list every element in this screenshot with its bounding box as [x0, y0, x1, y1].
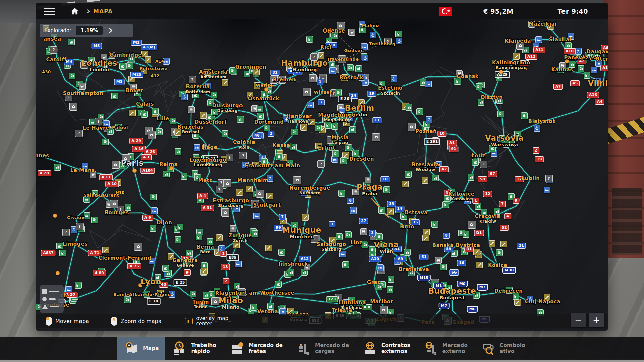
city-label-cardiff[interactable]: Cardiff — [46, 57, 67, 62]
city-label-estrasburgo[interactable]: EstrasburgoStrasbourg — [213, 198, 249, 208]
city-label-ma-eikiai[interactable]: Mažeikiai — [529, 22, 557, 27]
city-label-frankfurt-am-main[interactable]: Frankfurt am Main — [245, 163, 300, 168]
city-label-erfurt[interactable]: Erfurt — [318, 146, 335, 151]
city-label-vilnius[interactable]: Vilnius — [588, 79, 608, 87]
city-label-southampton[interactable]: Southampton — [63, 91, 103, 96]
city-label-paris[interactable]: Paris — [121, 159, 143, 167]
city-label-civaux[interactable]: Civaux — [67, 215, 85, 220]
city-label-lublin[interactable]: Lublin — [522, 176, 540, 181]
city-label-gedser[interactable]: Gedser — [344, 48, 363, 53]
city-label-saint-laurent[interactable]: Saint-Laurent — [84, 193, 119, 197]
city-label-nurembergue[interactable]: NurembergueNürnberg — [289, 186, 330, 195]
city-label-bourges[interactable]: Bourges — [104, 210, 129, 215]
tab-trabalho-rapido[interactable]: Trabalhorápido — [165, 337, 223, 360]
map-legend-button[interactable] — [40, 285, 64, 313]
city-label-maribor[interactable]: Maribor — [370, 299, 393, 304]
city-label-estetino[interactable]: EstetinoSzczecin — [378, 86, 403, 96]
city-label-rostock[interactable]: Rostock — [340, 75, 364, 80]
city-label-bruxelas[interactable]: BruxelasBrussel — [177, 125, 204, 134]
tab-mercado-de-fretes[interactable]: Mercado defretes — [223, 337, 289, 360]
city-label--d-[interactable]: Łódź — [471, 153, 485, 158]
city-label-kiel[interactable]: Kiel — [320, 45, 332, 50]
city-label-innsbruck[interactable]: Innsbruck — [278, 262, 308, 267]
city-label-calais[interactable]: Calais — [136, 102, 154, 107]
city-label-graz[interactable]: Graz — [367, 280, 381, 285]
city-label-klagenfurt-am-w-rthersee[interactable]: Klagenfurt am Wörthersee — [215, 291, 295, 296]
city-label-linz[interactable]: Linz — [350, 240, 362, 245]
tab-contratos-externos[interactable]: Contratosexternos — [356, 337, 417, 360]
city-label--iauliai[interactable]: Šiauliai — [549, 37, 571, 42]
city-label-berna[interactable]: BernaBern — [197, 245, 214, 254]
city-label-debrecen[interactable]: Debrecen — [494, 289, 523, 294]
city-label-lyon[interactable]: Lyon — [141, 278, 161, 286]
city-label-winsen[interactable]: Winsen — [314, 90, 333, 94]
city-label-clermont-ferrand[interactable]: Clermont-Ferrand — [98, 256, 151, 261]
city-label-l-psia[interactable]: LípsiaLeipzig — [331, 135, 349, 145]
city-label-bratislava[interactable]: Bratislava — [399, 267, 429, 272]
city-label-kaliningrado[interactable]: KaliningradoКалининград — [492, 60, 530, 70]
city-label-utena[interactable]: Utena — [596, 57, 608, 62]
city-label-li-ge[interactable]: Liège — [201, 145, 217, 150]
city-label-bresl-via[interactable]: BresláviaWrocław — [412, 162, 439, 172]
city-label-liubliana[interactable]: LiublianaLjubljana — [338, 300, 366, 310]
city-label-col-nia[interactable]: ColóniaKöln — [233, 140, 255, 150]
city-label-limoges[interactable]: Limoges — [63, 242, 88, 247]
city-label-olsztyn[interactable]: Olsztyn — [481, 95, 503, 100]
tab-mapa[interactable]: Mapa — [117, 337, 165, 360]
city-label-budapeste[interactable]: BudapesteBudapest — [428, 287, 476, 300]
city-label-malm-[interactable]: Malmö — [362, 23, 379, 28]
city-label-mil-o[interactable]: MilãoMilano — [219, 297, 243, 310]
city-label-cambridge[interactable]: Cambridge — [109, 53, 142, 58]
tab-mercado-de-cargas[interactable]: Mercado decargas — [289, 337, 356, 360]
city-label-brno[interactable]: Brno — [400, 224, 414, 229]
city-label-dijon[interactable]: Dijon — [157, 220, 172, 225]
city-label-ostrava[interactable]: Ostrava — [404, 210, 428, 215]
tab-comboio-ativo[interactable]: Comboioativo — [474, 337, 532, 360]
city-label-gda-sk[interactable]: Gdańsk — [457, 74, 479, 79]
city-label-katovice[interactable]: KatoviceKatowice — [448, 192, 474, 201]
city-label-groningen[interactable]: Groningen — [235, 65, 267, 70]
city-label-le-mans[interactable]: Le Mans — [70, 168, 95, 173]
city-label-ansea[interactable]: ansea — [44, 37, 61, 42]
city-label-dortmund[interactable]: Dortmund — [254, 120, 284, 125]
city-label-osnabr-ck[interactable]: Osnabrück — [248, 96, 280, 101]
city-label-cluj-napoca[interactable]: Cluj-Napoca — [525, 299, 560, 304]
city-label-kassel[interactable]: Kassel — [273, 143, 292, 148]
city-label-bia-ystok[interactable]: Białystok — [528, 119, 556, 124]
city-label-luxemburgo[interactable]: LuxemburgoLuxembourg — [190, 158, 227, 167]
city-label-werlte[interactable]: Werlte — [256, 83, 273, 87]
city-label-ko-ice[interactable]: Košice — [488, 263, 507, 268]
city-label-genebra[interactable]: GenebraGenève — [172, 258, 198, 268]
city-label-zurique[interactable]: ZuriqueZürich — [228, 233, 252, 243]
city-label-stuttgart[interactable]: Stuttgart — [253, 203, 281, 208]
city-label-panev-ys[interactable]: Panevėžys — [564, 55, 595, 60]
city-label-travem-nde[interactable]: Travemünde — [327, 57, 359, 61]
city-label-daugavpils[interactable]: Daugavpils — [587, 49, 608, 54]
city-label-odense[interactable]: Odense — [323, 28, 345, 34]
city-label-hamburgo[interactable]: HamburgoHamburg — [281, 59, 328, 72]
city-label-han-ver[interactable]: HanôverHannover — [287, 114, 312, 124]
city-label-londres[interactable]: LondresLondon — [81, 59, 117, 72]
city-label-amsterd-[interactable]: AmsterdãAmsterdam — [199, 70, 228, 79]
city-label-trelleborg[interactable]: Trelleborg — [369, 42, 395, 46]
city-label-mannheim[interactable]: Mannheim — [237, 178, 268, 183]
city-label-duisburgo[interactable]: DuisburgoDuisburg — [212, 103, 243, 113]
menu-icon[interactable] — [44, 8, 55, 15]
city-label-ennes[interactable]: ennes — [36, 153, 49, 158]
city-label-salzburgo[interactable]: SalzburgoSalzburg — [316, 242, 346, 252]
explored-expand-button[interactable] — [108, 27, 113, 34]
city-label-dover[interactable]: Dover — [125, 88, 143, 93]
city-label-magdeburgo[interactable]: MagdeburgoMagdeburg — [318, 113, 356, 122]
city-label-dresden[interactable]: Dresden — [349, 157, 374, 162]
tab-mercado-externo[interactable]: Mercadoexterno — [417, 337, 474, 360]
home-icon[interactable] — [70, 7, 80, 16]
city-label-vars-via[interactable]: VarsóviaWarszawa — [485, 134, 524, 147]
city-label-munique[interactable]: MuniqueMünchen — [282, 226, 321, 239]
city-label-pozna-[interactable]: Poznań — [415, 129, 437, 134]
map-panel[interactable]: ????????????????????????? M5M4M1M3M25A1(… — [36, 19, 608, 331]
zoom-out-button[interactable]: − — [571, 313, 586, 327]
zoom-in-button[interactable]: + — [589, 313, 604, 327]
city-label-turim[interactable]: TurimTorino — [192, 300, 209, 309]
city-label-metz[interactable]: Metz — [198, 178, 212, 183]
city-label-praga[interactable]: PragaPraha — [357, 183, 383, 196]
